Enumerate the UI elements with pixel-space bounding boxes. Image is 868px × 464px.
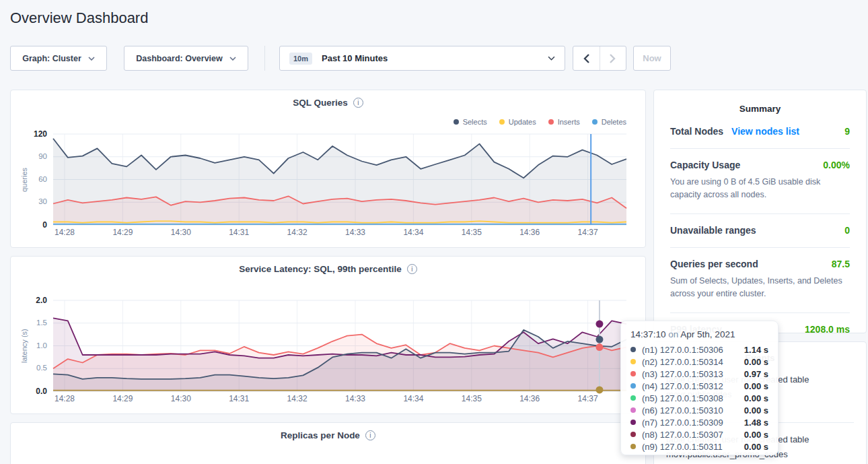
x-tick: 14:32 xyxy=(281,394,314,403)
tooltip-node-row: (n6) 127.0.0.1:503100.00 s xyxy=(630,404,768,416)
replicas-per-node-panel: Replicas per Nodei xyxy=(10,422,646,464)
tooltip-node-label: (n8) 127.0.0.1:50307 xyxy=(642,430,723,440)
legend-dot xyxy=(548,119,554,125)
y-tick: 90 xyxy=(11,152,47,160)
sql-queries-chart[interactable] xyxy=(53,134,626,225)
tooltip-node-label: (n4) 127.0.0.1:50312 xyxy=(642,381,723,391)
legend-dot xyxy=(592,119,598,125)
chevron-down-icon xyxy=(229,57,236,61)
hover-dot xyxy=(595,386,603,393)
info-icon[interactable]: i xyxy=(365,430,375,440)
summary-metric-label: Capacity Usage xyxy=(670,160,740,170)
chevron-down-icon xyxy=(88,57,95,61)
info-icon[interactable]: i xyxy=(407,264,417,274)
info-icon[interactable]: i xyxy=(353,98,363,108)
chevron-right-icon xyxy=(610,54,616,63)
summary-metric-value: 9 xyxy=(844,126,850,137)
chevron-left-icon xyxy=(583,54,589,63)
tooltip-node-row: (n2) 127.0.0.1:503140.00 s xyxy=(630,356,768,368)
page-title: Overview Dashboard xyxy=(10,9,148,27)
summary-metric-label: Total Nodes xyxy=(670,126,723,137)
summary-rows: Total NodesView nodes list9Capacity Usag… xyxy=(654,114,866,346)
x-tick: 14:33 xyxy=(339,394,371,403)
divider xyxy=(264,46,265,71)
tooltip-node-dot xyxy=(630,371,636,376)
x-tick: 14:32 xyxy=(281,228,314,237)
tooltip-node-dot xyxy=(630,407,636,413)
time-forward-button[interactable] xyxy=(600,46,626,70)
x-tick: 14:31 xyxy=(223,394,255,403)
legend-item-deletes[interactable]: Deletes xyxy=(592,118,626,126)
time-range-dropdown[interactable]: 10m Past 10 Minutes xyxy=(279,46,565,71)
sql-queries-panel: SQL Queriesi SelectsUpdatesInsertsDelete… xyxy=(10,90,646,248)
x-tick: 14:30 xyxy=(165,228,197,237)
summary-row: Total NodesView nodes list9 xyxy=(670,115,850,149)
range-label: Past 10 Minutes xyxy=(322,53,541,63)
tooltip-node-value: 0.00 s xyxy=(744,357,768,367)
time-back-button[interactable] xyxy=(573,46,600,70)
tooltip-node-label: (n3) 127.0.0.1:50313 xyxy=(642,369,723,379)
x-tick: 14:31 xyxy=(223,228,255,237)
tooltip-node-row: (n5) 127.0.0.1:503080.00 s xyxy=(630,392,768,404)
service-latency-chart[interactable] xyxy=(53,300,626,391)
chart-hover-tooltip: 14:37:10 on Apr 5th, 2021 (n1) 127.0.0.1… xyxy=(620,321,779,455)
tooltip-node-value: 1.14 s xyxy=(744,345,768,355)
now-button[interactable]: Now xyxy=(633,46,671,71)
tooltip-node-label: (n9) 127.0.0.1:50311 xyxy=(642,442,723,452)
tooltip-node-value: 0.00 s xyxy=(744,381,768,391)
tooltip-node-value: 1.48 s xyxy=(744,418,768,428)
tooltip-node-row: (n8) 127.0.0.1:503070.00 s xyxy=(630,428,768,440)
x-tick: 14:28 xyxy=(48,228,81,237)
summary-metric-label: Queries per second xyxy=(670,259,758,269)
tooltip-node-value: 0.00 s xyxy=(744,393,768,403)
y-tick: 0 xyxy=(11,220,47,230)
y-axis-ticks: 0306090120 xyxy=(11,134,47,225)
tooltip-node-row: (n9) 127.0.0.1:503110.00 s xyxy=(630,440,768,453)
time-step-buttons xyxy=(573,46,626,71)
summary-metric-value: 87.5 xyxy=(832,259,850,269)
summary-title: Summary xyxy=(654,104,866,114)
dashboard-dropdown[interactable]: Dashboard: Overview xyxy=(124,46,248,71)
chevron-down-icon xyxy=(548,56,555,61)
y-tick: 30 xyxy=(11,197,47,205)
x-tick: 14:29 xyxy=(106,394,139,403)
summary-metric-value: 0 xyxy=(844,225,850,236)
tooltip-timestamp: 14:37:10 on Apr 5th, 2021 xyxy=(630,329,768,339)
y-axis-ticks: 0.00.51.01.52.0 xyxy=(11,300,47,391)
legend-label: Inserts xyxy=(558,118,580,126)
view-nodes-list-link[interactable]: View nodes list xyxy=(731,126,799,137)
legend-dot xyxy=(454,119,459,125)
service-latency-panel: Service Latency: SQL, 99th percentilei l… xyxy=(10,256,646,414)
tooltip-node-row: (n4) 127.0.0.1:503120.00 s xyxy=(630,380,768,392)
tooltip-node-label: (n6) 127.0.0.1:50310 xyxy=(642,405,723,416)
tooltip-node-value: 0.00 s xyxy=(744,442,768,452)
dashboard-dropdown-label: Dashboard: Overview xyxy=(136,54,223,63)
x-tick: 14:37 xyxy=(572,228,604,237)
graph-dropdown[interactable]: Graph: Cluster xyxy=(10,46,107,71)
x-tick: 14:35 xyxy=(456,228,488,237)
tooltip-node-dot xyxy=(630,420,636,425)
tooltip-node-dot xyxy=(630,444,636,449)
tooltip-node-dot xyxy=(630,347,636,352)
x-axis-ticks: 14:2814:2914:3014:3114:3214:3314:3414:35… xyxy=(53,394,626,405)
y-tick: 0.5 xyxy=(11,364,47,372)
tooltip-node-dot xyxy=(630,395,636,401)
graph-dropdown-label: Graph: Cluster xyxy=(22,54,81,63)
tooltip-node-label: (n5) 127.0.0.1:50308 xyxy=(642,393,723,403)
legend-dot xyxy=(499,119,505,125)
tooltip-node-value: 0.00 s xyxy=(744,405,768,416)
tooltip-rows: (n1) 127.0.0.1:503061.14 s(n2) 127.0.0.1… xyxy=(630,343,768,453)
tooltip-node-value: 0.97 s xyxy=(744,369,768,379)
x-tick: 14:30 xyxy=(165,394,197,403)
summary-row: Queries per second87.5Sum of Selects, Up… xyxy=(670,248,850,313)
x-tick: 14:34 xyxy=(397,228,429,237)
tooltip-node-value: 0.00 s xyxy=(744,430,768,440)
y-tick: 120 xyxy=(11,129,47,139)
summary-metric-label: Unavailable ranges xyxy=(670,225,756,236)
tooltip-node-label: (n2) 127.0.0.1:50314 xyxy=(642,357,723,367)
legend-item-updates[interactable]: Updates xyxy=(499,118,536,126)
x-tick: 14:37 xyxy=(572,394,604,403)
legend-item-selects[interactable]: Selects xyxy=(454,118,487,126)
y-tick: 1.0 xyxy=(11,341,47,350)
legend-item-inserts[interactable]: Inserts xyxy=(548,118,580,126)
